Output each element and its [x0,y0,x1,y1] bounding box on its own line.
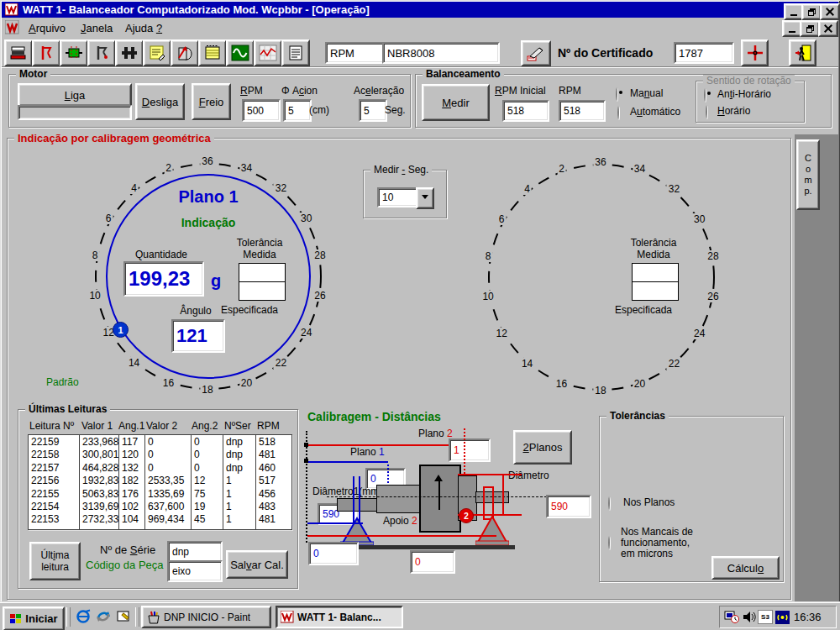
machine-base [339,545,515,549]
mdi-restore-button[interactable] [800,20,820,37]
automatico-label[interactable]: Automático [630,106,680,118]
rotor-green-icon[interactable] [60,39,88,66]
col-header-valor2: Valor 2 [146,420,177,432]
rotor-measure-icon[interactable] [171,39,199,66]
quantidade-field[interactable]: 199,23 [123,261,204,297]
manual-radio[interactable] [616,87,617,101]
freio-button[interactable]: Freio [192,83,231,120]
plano1-title: Plano 1 [155,187,262,207]
motor-rpm-field[interactable]: 500 [242,99,281,122]
dois-planos-button[interactable]: 2 Planos [513,430,572,465]
acion-field[interactable]: 5 [283,99,312,122]
nos-mancais-label[interactable]: Nos Mancais defuncionamento,em microns [621,527,693,559]
table-cell: 22159 [31,436,81,449]
table-cell: 233,968 [82,436,120,449]
rotor-centerline [327,496,555,497]
waveform-icon[interactable] [226,39,255,66]
medir-seg-value[interactable]: 10 [377,187,421,207]
ie-icon[interactable] [74,607,92,626]
menu-janela[interactable]: Janela [81,22,113,34]
task-button-watt[interactable]: WATT 1- Balanc... [276,606,403,628]
table-cell: 300,801 [82,449,120,461]
comp-button[interactable]: Comp. [796,139,820,210]
table-cell: 0 [148,462,192,475]
list-nser[interactable]: dnpdnpdnp1111 [223,434,258,530]
diametro-field[interactable]: 590 [546,495,591,518]
apoio1-dist-field[interactable]: 0 [308,542,359,565]
desliga-button[interactable]: Desliga [135,83,185,120]
padrao-label: Padrão [46,376,79,388]
tolerancia-medida-label-2: TolerânciaMedida [622,237,685,260]
table-cell: 517 [259,475,291,487]
nos-mancais-radio[interactable] [608,536,610,549]
salvar-cal-button[interactable]: Salvar Cal. [226,550,288,579]
desktop-icon[interactable] [114,607,133,626]
table-cell: 1 [226,475,257,487]
plano1-label: Plano 1 [350,446,385,458]
list-leitura[interactable]: 22159221582215722156221552215422153 [28,434,81,530]
list-rpm[interactable]: 518481460517456483481 [255,434,292,530]
chart-icon[interactable] [254,39,282,66]
report-icon[interactable] [281,39,310,66]
certificado-field[interactable]: 1787 [674,42,734,64]
crosshair-icon[interactable] [741,39,769,66]
anti-horario-radio[interactable] [704,88,706,102]
nos-planos-radio[interactable] [608,496,610,510]
motor-group: Motor Liga Desliga Freio RPM 500 Φ Acion… [8,74,411,128]
balanceamento-group-title: Balanceamento [423,68,504,80]
codigo-peca-field[interactable]: eixo [167,560,223,582]
data-table-icon[interactable] [198,39,227,66]
manual-label[interactable]: Manual [630,87,663,99]
aceleracao-field[interactable]: 5 [359,99,387,122]
motor-progressbar [18,105,132,120]
apoio2-support-icon [475,515,509,549]
apoio2-dist-field[interactable]: 0 [410,550,455,574]
exit-icon[interactable] [789,39,816,66]
rotor-black-icon[interactable] [115,39,144,66]
menu-ajuda[interactable]: Ajuda ? [125,22,162,34]
angulo-label: Ângulo [169,305,223,317]
caliper-dark-icon[interactable] [87,39,116,66]
apoio1-dim-line [307,522,363,524]
paint-icon [146,611,160,624]
angulo-field[interactable]: 121 [171,319,225,353]
nos-planos-label[interactable]: Nos Planos [623,496,675,508]
list-ang1[interactable]: 117120132182176102104 [118,434,147,530]
liga-button[interactable]: Liga [18,83,132,107]
list-valor1[interactable]: 233,968300,801464,8281932,835063,833139,… [79,434,121,530]
volume-icon [742,610,756,624]
channels-icon[interactable] [94,607,113,626]
list-valor2[interactable]: 0002533,351335,69637,600969,434 [144,434,193,530]
anti-horario-label[interactable]: Anti-Horário [717,88,771,100]
norma-field[interactable]: NBR8008 [382,42,500,64]
s3-tray-icon[interactable]: S3 [758,610,773,624]
table-cell: 1932,83 [82,475,120,487]
ultima-leitura-button[interactable]: Últimaleitura [29,542,81,580]
start-button[interactable]: Iniciar [3,606,65,630]
menu-arquivo[interactable]: Arquivo [29,22,66,34]
horario-label[interactable]: Horário [717,105,750,117]
mdi-close-button[interactable] [818,20,838,37]
certificate-pen-icon[interactable] [521,40,551,66]
dim-reference-line [306,431,307,543]
plano1-weight-marker: 1 [113,322,129,338]
calculo-button[interactable]: Cálculo [711,556,780,580]
rpm-inicial-field[interactable]: 518 [502,100,549,122]
comp-button-label: Comp. [803,153,813,197]
table-cell: 637,600 [148,501,192,513]
rotor-stack-icon[interactable] [4,39,33,66]
horario-radio[interactable] [706,105,707,118]
rpm-display-field[interactable]: RPM [325,42,386,64]
notes-icon[interactable] [143,39,171,66]
plano2-dist-field[interactable]: 1 [449,438,491,462]
automatico-radio[interactable] [617,106,619,119]
app-logo-icon [5,3,18,18]
serie-label: Nº de Série [100,543,155,556]
taskbar: Iniciar DNP INICIO - Paint WATT 1- Balan… [0,601,840,630]
list-ang2[interactable]: 00012751945 [191,434,225,530]
medir-seg-dropdown-button[interactable] [416,187,434,209]
caliper-red-icon[interactable] [32,39,60,66]
rpm-final-field[interactable]: 518 [559,100,606,122]
medir-button[interactable]: Medir [422,84,490,121]
task-button-paint[interactable]: DNP INICIO - Paint [141,606,271,628]
